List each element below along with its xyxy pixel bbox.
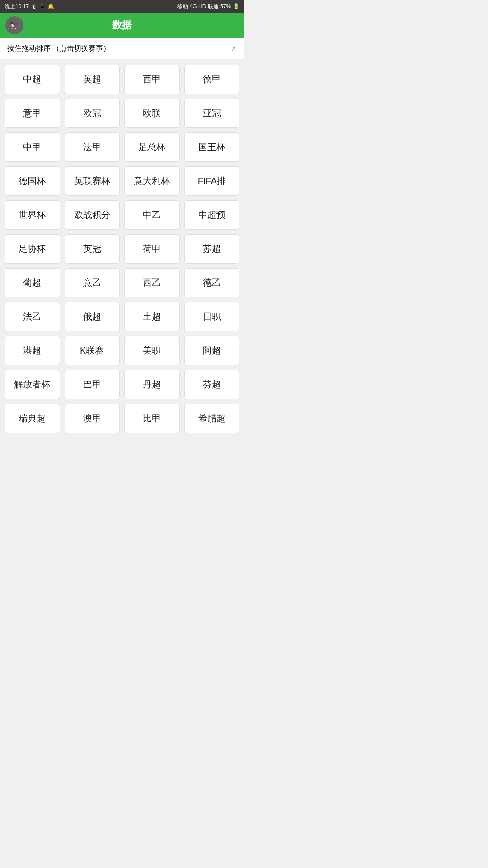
league-item[interactable]: 世界杯	[5, 200, 60, 230]
league-item[interactable]: 中超	[5, 65, 60, 94]
league-item[interactable]: 葡超	[5, 268, 60, 297]
league-item[interactable]: 意甲	[5, 99, 60, 128]
league-item[interactable]: 中乙	[124, 200, 180, 230]
avatar-image: 🦅	[9, 20, 19, 30]
league-item[interactable]: 德甲	[184, 65, 240, 94]
league-item[interactable]: 意乙	[65, 268, 120, 297]
status-bar: 晚上10:17 🐧 📱 🔔 移动 4G HD 联通 57% 🔋	[0, 0, 244, 13]
league-item[interactable]: 国王杯	[184, 132, 240, 162]
league-item[interactable]: 欧联	[124, 99, 180, 128]
sort-bar-text: 按住拖动排序 （点击切换赛事）	[7, 44, 110, 53]
league-item[interactable]: 意大利杯	[124, 166, 180, 196]
league-item[interactable]: 港超	[5, 336, 60, 365]
sort-sub-text: （点击切换赛事）	[52, 44, 110, 52]
league-item[interactable]: 德国杯	[5, 166, 60, 196]
avatar[interactable]: 🦅	[5, 16, 23, 34]
league-item[interactable]: 希腊超	[184, 404, 240, 433]
league-item[interactable]: 欧冠	[65, 99, 120, 128]
league-item[interactable]: 法乙	[5, 302, 60, 331]
league-item[interactable]: 日职	[184, 302, 240, 331]
league-item[interactable]: 足协杯	[5, 234, 60, 264]
carrier-info: 移动 4G HD 联通 57%	[177, 3, 231, 10]
league-item[interactable]: 美职	[124, 336, 180, 365]
league-item[interactable]: 英联赛杯	[65, 166, 120, 196]
notification-icons: 🐧 📱 🔔	[31, 3, 54, 9]
league-item[interactable]: 荷甲	[124, 234, 180, 264]
header-title: 数据	[112, 19, 132, 32]
league-item[interactable]: 中超预	[184, 200, 240, 230]
league-item[interactable]: FIFA排	[184, 166, 240, 196]
league-item[interactable]: 巴甲	[65, 370, 120, 399]
status-time: 晚上10:17 🐧 📱 🔔	[5, 3, 54, 10]
sort-bar[interactable]: 按住拖动排序 （点击切换赛事） ∧	[0, 38, 244, 59]
league-item[interactable]: 苏超	[184, 234, 240, 264]
league-item[interactable]: 土超	[124, 302, 180, 331]
league-item[interactable]: K联赛	[65, 336, 120, 365]
league-item[interactable]: 中甲	[5, 132, 60, 162]
league-item[interactable]: 芬超	[184, 370, 240, 399]
league-item[interactable]: 德乙	[184, 268, 240, 297]
league-item[interactable]: 澳甲	[65, 404, 120, 433]
league-item[interactable]: 欧战积分	[65, 200, 120, 230]
battery-icon: 🔋	[233, 3, 239, 9]
league-item[interactable]: 俄超	[65, 302, 120, 331]
league-grid: 中超英超西甲德甲意甲欧冠欧联亚冠中甲法甲足总杯国王杯德国杯英联赛杯意大利杯FIF…	[0, 59, 244, 439]
league-item[interactable]: 足总杯	[124, 132, 180, 162]
league-item[interactable]: 法甲	[65, 132, 120, 162]
app-header: 🦅 数据	[0, 13, 244, 38]
league-item[interactable]: 解放者杯	[5, 370, 60, 399]
league-item[interactable]: 比甲	[124, 404, 180, 433]
status-right: 移动 4G HD 联通 57% 🔋	[177, 3, 239, 10]
league-item[interactable]: 英超	[65, 65, 120, 94]
league-item[interactable]: 亚冠	[184, 99, 240, 128]
league-item[interactable]: 瑞典超	[5, 404, 60, 433]
sort-main-text: 按住拖动排序	[7, 44, 51, 52]
league-item[interactable]: 阿超	[184, 336, 240, 365]
league-item[interactable]: 英冠	[65, 234, 120, 264]
league-item[interactable]: 丹超	[124, 370, 180, 399]
league-item[interactable]: 西甲	[124, 65, 180, 94]
time-label: 晚上10:17	[5, 3, 29, 10]
league-item[interactable]: 西乙	[124, 268, 180, 297]
collapse-button[interactable]: ∧	[231, 43, 237, 53]
